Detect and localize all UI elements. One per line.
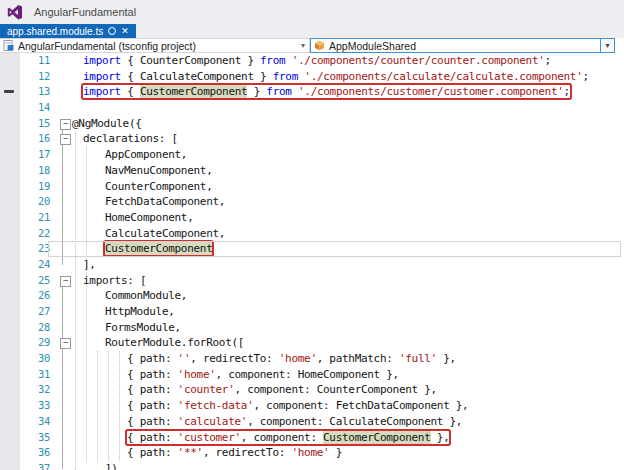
fold-toggle-icon[interactable]: − xyxy=(60,276,71,287)
line-number: 13 xyxy=(20,84,57,100)
code-token: { path: xyxy=(127,446,178,459)
code-line: 13import { CustomerComponent } from './c… xyxy=(0,84,624,100)
line-number: 32 xyxy=(20,382,57,398)
line-number: 24 xyxy=(20,257,57,273)
code-token: , redirectTo: xyxy=(190,352,279,365)
dropdown-arrow-button[interactable]: ▾ xyxy=(600,39,614,52)
fold-margin xyxy=(57,84,72,100)
fold-toggle-icon[interactable]: − xyxy=(60,338,71,349)
line-number: 22 xyxy=(20,226,57,242)
code-text: { path: 'home', component: HomeComponent… xyxy=(72,367,399,383)
string-token: '' xyxy=(178,352,191,365)
window-title: AngularFundamental xyxy=(34,6,136,18)
line-number: 21 xyxy=(20,210,57,226)
line-number: 12 xyxy=(20,69,57,85)
code-text: ], xyxy=(72,257,96,273)
line-number: 17 xyxy=(20,147,57,163)
line-number: 20 xyxy=(20,194,57,210)
code-text: @NgModule({ xyxy=(72,116,142,132)
fold-margin xyxy=(57,163,72,179)
code-token: CounterComponent, xyxy=(105,180,212,193)
indicator-margin xyxy=(0,320,20,336)
code-line: 12import { CalculateComponent } from './… xyxy=(0,69,624,85)
code-token: { path: xyxy=(127,431,178,444)
line-number: 34 xyxy=(20,414,57,430)
indicator-margin xyxy=(0,100,20,116)
code-token: , component: FetchDataComponent }, xyxy=(253,399,468,412)
keyword-token: from xyxy=(273,70,298,83)
document-tab[interactable]: app.shared.module.ts ✕ xyxy=(0,24,136,38)
code-token: ; xyxy=(564,85,570,98)
code-line: 25−imports: [ xyxy=(0,273,624,289)
indicator-margin xyxy=(0,398,20,414)
code-line: 15−@NgModule({ xyxy=(0,116,624,132)
code-text: { path: 'counter', component: CounterCom… xyxy=(72,382,437,398)
fold-margin xyxy=(57,69,72,85)
line-number: 25 xyxy=(20,273,57,289)
indicator-margin xyxy=(0,84,20,100)
symbol-dropdown-label: AppModuleShared xyxy=(329,40,416,52)
fold-margin xyxy=(57,430,72,446)
fold-margin xyxy=(57,226,72,242)
code-token: AppComponent, xyxy=(105,148,187,161)
code-text: CounterComponent, xyxy=(72,179,212,195)
code-token: } xyxy=(329,446,342,459)
fold-toggle-icon[interactable]: − xyxy=(60,119,71,130)
code-token: { path: xyxy=(127,352,178,365)
indicator-margin xyxy=(0,304,20,320)
fold-margin xyxy=(57,288,72,304)
fold-toggle-icon[interactable]: − xyxy=(60,134,71,145)
code-lines: 11import { CounterComponent } from './co… xyxy=(0,53,624,470)
string-token: 'home' xyxy=(291,446,329,459)
code-text: import { CustomerComponent } from './com… xyxy=(72,84,570,100)
fold-margin: − xyxy=(57,335,72,351)
tab-close-icon[interactable]: ✕ xyxy=(121,27,129,36)
code-line: 23CustomerComponent xyxy=(0,241,624,257)
line-number: 33 xyxy=(20,398,57,414)
highlighted-token: CustomerComponent xyxy=(105,242,212,255)
code-line: 20FetchDataComponent, xyxy=(0,194,624,210)
code-line: 24], xyxy=(0,257,624,273)
annotation-box: { path: 'customer', component: CustomerC… xyxy=(127,431,449,444)
indicator-margin xyxy=(0,179,20,195)
string-token: '**' xyxy=(178,446,203,459)
fold-margin xyxy=(57,414,72,430)
line-number: 26 xyxy=(20,288,57,304)
chevron-down-icon: ▾ xyxy=(301,41,305,50)
code-text: declarations: [ xyxy=(72,131,178,147)
code-token: @NgModule({ xyxy=(72,117,142,130)
code-token: CalculateComponent, xyxy=(105,227,225,240)
code-token: { CounterComponent } xyxy=(121,54,260,67)
navigation-bar: AngularFundamental (tsconfig project) ▾ … xyxy=(0,38,624,54)
fold-margin: − xyxy=(57,131,72,147)
code-token: ; xyxy=(545,54,551,67)
code-text: { path: 'customer', component: CustomerC… xyxy=(72,430,449,446)
fold-margin xyxy=(57,351,72,367)
string-token: 'counter' xyxy=(178,383,235,396)
code-text: RouterModule.forRoot([ xyxy=(72,335,244,351)
code-editor[interactable]: 11import { CounterComponent } from './co… xyxy=(0,53,624,470)
code-token: { path: xyxy=(127,383,178,396)
code-line: 29−RouterModule.forRoot([ xyxy=(0,335,624,351)
code-text: AppComponent, xyxy=(72,147,187,163)
code-line: 31{ path: 'home', component: HomeCompone… xyxy=(0,367,624,383)
annotation-box: CustomerComponent xyxy=(105,242,212,255)
symbol-dropdown[interactable]: AppModuleShared ▾ xyxy=(310,38,615,53)
code-token: , component: xyxy=(241,431,323,444)
fold-margin xyxy=(57,147,72,163)
code-text: { path: '**', redirectTo: 'home' } xyxy=(72,445,342,461)
project-dropdown[interactable]: AngularFundamental (tsconfig project) ▾ xyxy=(0,38,310,53)
annotation-box: import { CustomerComponent } from './com… xyxy=(83,85,570,98)
code-line: 19CounterComponent, xyxy=(0,179,624,195)
string-token: 'home' xyxy=(279,352,317,365)
code-token: }, xyxy=(437,352,456,365)
code-token: { xyxy=(121,85,140,98)
code-text: HttpModule, xyxy=(72,304,175,320)
code-token: HttpModule, xyxy=(105,305,175,318)
code-line: 14 xyxy=(0,100,624,116)
indicator-margin xyxy=(0,367,20,383)
code-text: import { CalculateComponent } from './co… xyxy=(72,69,589,85)
code-token: }, xyxy=(431,431,450,444)
line-number: 37 xyxy=(20,461,57,470)
keyword-token: import xyxy=(83,85,121,98)
